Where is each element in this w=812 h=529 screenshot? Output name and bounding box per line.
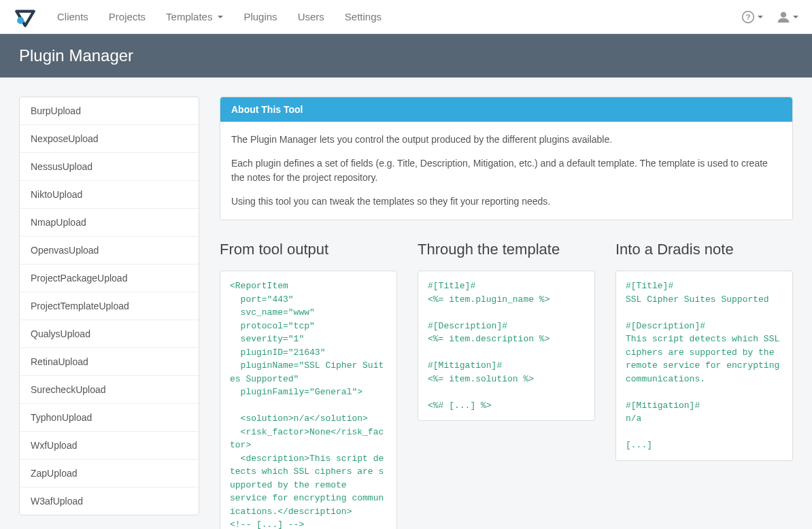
nav-right: ? — [741, 10, 798, 24]
sidebar-item-projecttemplateupload[interactable]: ProjectTemplateUpload — [20, 292, 199, 320]
nav-plugins[interactable]: Plugins — [243, 11, 277, 22]
main-content: About This Tool The Plugin Manager lets … — [220, 97, 793, 529]
sidebar-item-wxfupload[interactable]: WxfUpload — [20, 432, 199, 460]
nav-projects[interactable]: Projects — [109, 11, 146, 22]
main-container: BurpUpload NexposeUpload NessusUpload Ni… — [0, 78, 812, 529]
chevron-down-icon — [758, 16, 763, 18]
sidebar-item-projectpackageupload[interactable]: ProjectPackageUpload — [20, 264, 199, 292]
about-body: The Plugin Manager lets you control the … — [220, 122, 792, 220]
sidebar-item-zapupload[interactable]: ZapUpload — [20, 460, 199, 488]
col-from-tool-output: From tool output <ReportItem port="443" … — [220, 241, 397, 529]
about-p1: The Plugin Manager lets you control the … — [231, 133, 781, 147]
sidebar-item-w3afupload[interactable]: W3afUpload — [20, 488, 199, 515]
svg-point-3 — [781, 12, 786, 17]
chevron-down-icon — [793, 16, 798, 18]
sidebar-item-nexposeupload[interactable]: NexposeUpload — [20, 125, 199, 153]
sidebar-item-openvasupload[interactable]: OpenvasUpload — [20, 237, 199, 264]
about-panel: About This Tool The Plugin Manager lets … — [220, 97, 793, 220]
chevron-down-icon — [218, 16, 223, 18]
about-p2: Each plugin defines a set of fields (e.g… — [231, 156, 781, 185]
page-title: Plugin Manager — [0, 34, 812, 78]
col1-title: From tool output — [220, 241, 397, 258]
svg-point-0 — [17, 17, 24, 24]
sidebar-item-niktoupload[interactable]: NiktoUpload — [20, 181, 199, 209]
about-p3: Using this tool you can tweak the templa… — [231, 194, 781, 209]
sidebar-item-nmapupload[interactable]: NmapUpload — [20, 209, 199, 237]
sidebar: BurpUpload NexposeUpload NessusUpload Ni… — [19, 97, 199, 515]
sidebar-item-typhonupload[interactable]: TyphonUpload — [20, 404, 199, 432]
nav-clients[interactable]: Clients — [57, 11, 88, 22]
nav-settings[interactable]: Settings — [345, 11, 382, 22]
sidebar-item-nessusupload[interactable]: NessusUpload — [20, 153, 199, 181]
logo[interactable] — [14, 5, 37, 29]
col-through-template: Through the template #[Title]# <%= item.… — [418, 241, 595, 529]
sidebar-item-retinaupload[interactable]: RetinaUpload — [20, 348, 199, 376]
columns: From tool output <ReportItem port="443" … — [220, 241, 793, 529]
user-menu[interactable] — [777, 10, 798, 24]
col-into-dradis-note: Into a Dradis note #[Title]# SSL Cipher … — [615, 241, 793, 529]
sidebar-item-burpupload[interactable]: BurpUpload — [20, 97, 199, 125]
col3-code: #[Title]# SSL Cipher Suites Supported #[… — [615, 271, 793, 461]
nav-templates-label: Templates — [166, 11, 212, 22]
svg-text:?: ? — [745, 12, 750, 21]
help-menu[interactable]: ? — [741, 10, 763, 24]
col1-code: <ReportItem port="443" svc_name="www" pr… — [220, 271, 397, 529]
nav-links: Clients Projects Templates Plugins Users… — [57, 11, 741, 22]
col2-title: Through the template — [418, 241, 595, 258]
col2-code: #[Title]# <%= item.plugin_name %> #[Desc… — [418, 271, 595, 421]
sidebar-item-surecheckupload[interactable]: SurecheckUpload — [20, 376, 199, 404]
navbar: Clients Projects Templates Plugins Users… — [0, 0, 812, 34]
about-heading: About This Tool — [220, 97, 792, 122]
nav-users[interactable]: Users — [298, 11, 324, 22]
col3-title: Into a Dradis note — [615, 241, 793, 258]
sidebar-item-qualysupload[interactable]: QualysUpload — [20, 320, 199, 348]
nav-templates[interactable]: Templates — [166, 11, 223, 22]
